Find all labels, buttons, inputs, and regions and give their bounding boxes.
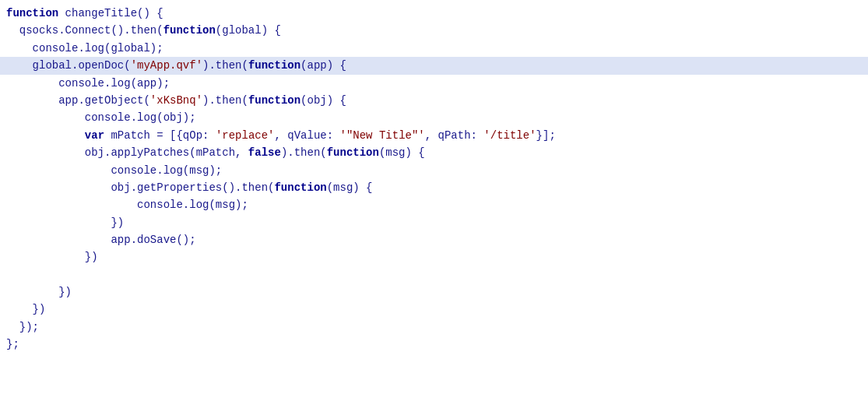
token-kw: function: [6, 5, 58, 22]
token-string: 'myApp.qvf': [131, 57, 202, 74]
token-plain: mPatch = [{qOp:: [104, 127, 216, 144]
token-plain: qsocks.Connect().then(: [6, 22, 163, 39]
token-plain: console.log(msg);: [6, 162, 222, 179]
code-line-3: console.log(global);: [0, 40, 868, 57]
code-line-14: app.doSave();: [0, 231, 868, 248]
token-kw: false: [248, 144, 281, 161]
token-plain: (app) {: [300, 57, 346, 74]
token-plain: ).then(: [202, 57, 248, 74]
token-plain: (msg) {: [379, 144, 425, 161]
token-plain: app.doSave();: [6, 231, 196, 248]
token-kw: function: [163, 22, 216, 39]
code-line-1: function changeTitle() {: [0, 5, 868, 22]
token-plain: }): [6, 248, 98, 266]
code-line-2: qsocks.Connect().then(function(global) {: [0, 22, 868, 39]
code-line-15: }): [0, 248, 868, 266]
code-line-20: };: [0, 336, 868, 353]
token-plain: });: [6, 318, 39, 336]
token-plain: ).then(: [202, 92, 248, 109]
token-plain: }): [6, 301, 45, 318]
token-kw: function: [327, 144, 379, 161]
token-plain: ).then(: [281, 144, 327, 161]
token-string: '"New Title"': [340, 127, 425, 144]
token-plain: console.log(app);: [6, 75, 170, 92]
code-container: function changeTitle() { qsocks.Connect(…: [0, 0, 868, 401]
code-line-4: global.openDoc('myApp.qvf').then(functio…: [0, 57, 868, 74]
code-line-5: console.log(app);: [0, 75, 868, 92]
token-plain: };: [6, 336, 19, 353]
token-kw: function: [248, 92, 300, 109]
code-line-12: console.log(msg);: [0, 196, 868, 213]
code-line-9: obj.applyPatches(mPatch, false).then(fun…: [0, 144, 868, 161]
token-plain: changeTitle() {: [58, 5, 163, 22]
code-line-18: }): [0, 301, 868, 318]
token-plain: }): [6, 283, 72, 301]
token-plain: obj.applyPatches(mPatch,: [6, 144, 248, 161]
code-line-8: var mPatch = [{qOp: 'replace', qValue: '…: [0, 127, 868, 144]
token-plain: , qPath:: [425, 127, 484, 144]
token-plain: (global) {: [216, 22, 281, 39]
token-string: '/title': [483, 127, 536, 144]
code-block: function changeTitle() { qsocks.Connect(…: [0, 5, 868, 353]
code-line-10: console.log(msg);: [0, 162, 868, 179]
token-plain: obj.getProperties().then(: [6, 179, 274, 196]
code-line-19: });: [0, 318, 868, 336]
token-plain: [6, 127, 85, 144]
token-kw: var: [85, 127, 104, 144]
token-plain: , qValue:: [275, 127, 340, 144]
token-plain: }): [6, 214, 124, 231]
token-plain: }];: [536, 127, 556, 144]
code-line-7: console.log(obj);: [0, 109, 868, 126]
token-string: 'xKsBnq': [150, 92, 202, 109]
token-plain: console.log(msg);: [6, 196, 248, 213]
token-kw: function: [274, 179, 326, 196]
token-kw: function: [248, 57, 300, 74]
token-plain: app.getObject(: [6, 92, 150, 109]
token-plain: global.openDoc(: [6, 57, 131, 74]
code-line-13: }): [0, 214, 868, 231]
token-plain: (obj) {: [300, 92, 346, 109]
token-string: 'replace': [216, 127, 275, 144]
token-plain: console.log(global);: [6, 40, 163, 57]
code-line-6: app.getObject('xKsBnq').then(function(ob…: [0, 92, 868, 109]
code-line-16: [0, 266, 868, 283]
token-plain: console.log(obj);: [6, 109, 196, 126]
code-line-17: }): [0, 283, 868, 301]
code-line-11: obj.getProperties().then(function(msg) {: [0, 179, 868, 196]
token-plain: (msg) {: [327, 179, 373, 196]
